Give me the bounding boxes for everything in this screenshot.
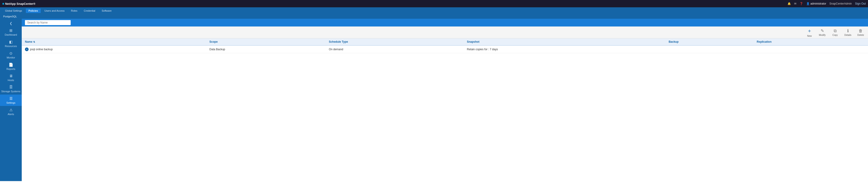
sidebar-item-label: Storage Systems: [1, 90, 21, 93]
signout-link[interactable]: Sign Out: [855, 2, 866, 5]
delete-button[interactable]: 🗑 Delete: [857, 29, 865, 36]
tab-credential[interactable]: Credential: [81, 8, 98, 13]
col-replication: Replication: [754, 38, 868, 45]
sidebar-item-label: Dashboard: [5, 33, 17, 36]
tab-global-settings[interactable]: Global Settings: [2, 8, 25, 13]
dashboard-icon: ⊞: [9, 28, 12, 33]
db-icon: ≡: [25, 47, 29, 51]
details-button[interactable]: ℹ Details: [844, 28, 852, 36]
search-input[interactable]: [25, 20, 71, 25]
topbar-left: ■ NetApp SnapCenter®: [2, 2, 35, 5]
cell-name: ≡ psql online backup: [22, 45, 206, 53]
email-icon[interactable]: ✉: [794, 2, 797, 5]
sidebar-item-reports[interactable]: 📄 Reports: [0, 61, 22, 72]
topbar: ■ NetApp SnapCenter® 🔔 ✉ ❓ 👤 administrat…: [0, 0, 868, 7]
sidebar-item-alerts[interactable]: ⚠ Alerts: [0, 106, 22, 117]
bell-icon[interactable]: 🔔: [787, 2, 791, 5]
help-icon[interactable]: ❓: [800, 2, 803, 5]
sidebar-item-storage-systems[interactable]: 🗄 Storage Systems: [0, 83, 22, 95]
storage-systems-icon: 🗄: [9, 85, 13, 89]
cell-snapshot: Retain copies for : 7 days: [464, 45, 665, 53]
sidebar-item-monitor[interactable]: ⊙ Monitor: [0, 49, 22, 61]
breadcrumb: PostgreSQL: [0, 14, 868, 19]
modify-icon: ✎: [820, 28, 824, 33]
main-layout: ❮ ⊞ Dashboard ◧ Resources ⊙ Monitor 📄 Re…: [0, 19, 868, 181]
netapp-icon: ■: [2, 2, 4, 5]
table-header: Name ⇅ Scope Schedule Type Snapshot Back…: [22, 38, 868, 45]
delete-icon: 🗑: [859, 29, 863, 33]
resources-icon: ◧: [9, 40, 12, 44]
sidebar: ❮ ⊞ Dashboard ◧ Resources ⊙ Monitor 📄 Re…: [0, 19, 22, 181]
reports-icon: 📄: [9, 63, 13, 67]
tab-roles[interactable]: Roles: [68, 8, 80, 13]
sort-icon[interactable]: ⇅: [33, 41, 35, 43]
copy-button[interactable]: ⧉ Copy: [831, 29, 839, 36]
sidebar-item-label: Hosts: [7, 79, 14, 81]
action-buttons: ＋ New ✎ Modify ⧉ Copy ℹ Details 🗑 Delete: [22, 27, 868, 38]
sidebar-item-settings[interactable]: ☰ Settings: [0, 95, 22, 106]
content-area: ＋ New ✎ Modify ⧉ Copy ℹ Details 🗑 Delete: [22, 19, 868, 181]
sidebar-item-hosts[interactable]: 🖥 Hosts: [0, 72, 22, 83]
brand-logo: ■ NetApp SnapCenter®: [2, 2, 35, 5]
sidebar-item-resources[interactable]: ◧ Resources: [0, 38, 22, 49]
brand-name: NetApp SnapCenter®: [5, 2, 35, 5]
instance-label: SnapCenterAdmin: [829, 2, 852, 5]
monitor-icon: ⊙: [9, 51, 12, 56]
sidebar-item-dashboard[interactable]: ⊞ Dashboard: [0, 27, 22, 38]
col-name: Name ⇅: [22, 38, 206, 45]
sidebar-item-label: Monitor: [7, 56, 15, 59]
sidebar-item-label: Resources: [5, 45, 17, 47]
policies-table: Name ⇅ Scope Schedule Type Snapshot Back…: [22, 38, 868, 53]
cell-replication: [754, 45, 868, 53]
modify-button[interactable]: ✎ Modify: [818, 28, 826, 36]
sidebar-item-label: Alerts: [7, 113, 14, 115]
db-name-cell: ≡ psql online backup: [25, 47, 53, 51]
cell-backup: [665, 45, 753, 53]
details-icon: ℹ: [847, 28, 849, 33]
settings-icon: ☰: [9, 96, 12, 101]
col-scope: Scope: [206, 38, 326, 45]
tab-software[interactable]: Software: [99, 8, 114, 13]
table-row[interactable]: ≡ psql online backup Data Backup On dema…: [22, 45, 868, 53]
new-button[interactable]: ＋ New: [805, 27, 813, 37]
cell-scope: Data Backup: [206, 45, 326, 53]
copy-icon: ⧉: [834, 29, 837, 33]
col-schedule-type: Schedule Type: [326, 38, 464, 45]
alerts-icon: ⚠: [9, 108, 12, 112]
table-container: Name ⇅ Scope Schedule Type Snapshot Back…: [22, 38, 868, 181]
hosts-icon: 🖥: [9, 74, 13, 78]
col-snapshot: Snapshot: [464, 38, 665, 45]
tab-policies[interactable]: Policies: [26, 8, 41, 13]
sidebar-item-label: Settings: [6, 101, 16, 104]
table-body: ≡ psql online backup Data Backup On dema…: [22, 45, 868, 53]
col-backup: Backup: [665, 38, 753, 45]
sidebar-collapse-button[interactable]: ❮: [0, 20, 22, 27]
new-icon: ＋: [807, 27, 812, 34]
cell-schedule-type: On demand: [326, 45, 464, 53]
settings-tabs: Global Settings Policies Users and Acces…: [0, 7, 868, 14]
topbar-right: 🔔 ✉ ❓ 👤 administrator SnapCenterAdmin Si…: [787, 2, 866, 5]
sidebar-item-label: Reports: [6, 68, 15, 70]
user-label[interactable]: 👤 administrator: [806, 2, 826, 5]
tab-users-and-access[interactable]: Users and Access: [42, 8, 67, 13]
toolbar: [22, 19, 868, 27]
